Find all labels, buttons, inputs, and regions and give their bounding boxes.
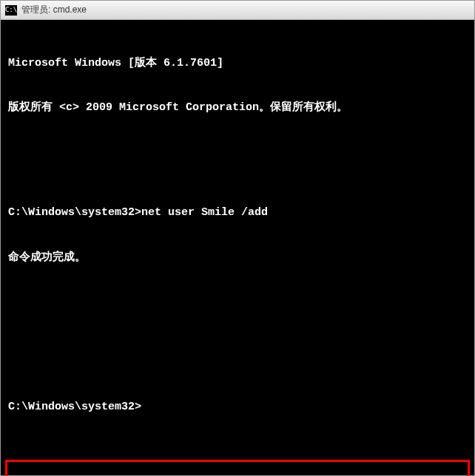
titlebar[interactable]: C:\ 管理员: cmd.exe	[1, 1, 474, 20]
header-version: Microsoft Windows [版本 6.1.7601]	[8, 56, 467, 71]
command-line-2: C:\Windows\system32>	[8, 400, 467, 415]
prompt: C:\Windows\system32>	[8, 400, 141, 415]
blank-line	[8, 146, 467, 160]
cmd-icon: C:\	[5, 5, 17, 16]
blank-line	[8, 340, 467, 355]
highlighted-command-box: C:\Windows\system32>net localgroup admin…	[5, 460, 470, 476]
blank-line	[8, 296, 467, 310]
cmd-window: C:\ 管理员: cmd.exe Microsoft Windows [版本 6…	[0, 0, 475, 476]
command-text: net user Smile /add	[141, 205, 268, 220]
terminal-area[interactable]: Microsoft Windows [版本 6.1.7601] 版权所有 <c>…	[1, 20, 474, 475]
header-copyright: 版权所有 <c> 2009 Microsoft Corporation。保留所有…	[8, 101, 467, 115]
prompt: C:\Windows\system32>	[8, 205, 141, 220]
window-title: 管理员: cmd.exe	[21, 4, 87, 16]
result-text: 命令成功完成。	[8, 251, 467, 265]
command-line-1: C:\Windows\system32>net user Smile /add	[8, 205, 467, 220]
cmd-icon-label: C:\	[5, 7, 17, 13]
